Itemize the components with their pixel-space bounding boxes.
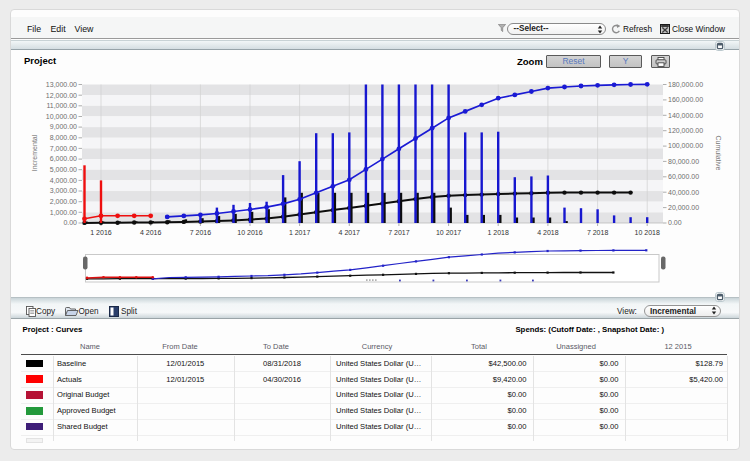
svg-text:6,000.00: 6,000.00 [50,155,77,162]
svg-text:10,000.00: 10,000.00 [46,113,77,120]
svg-text:20,000.00: 20,000.00 [668,204,699,211]
svg-text:1 2017: 1 2017 [289,229,311,236]
svg-text:7 2016: 7 2016 [190,229,212,236]
svg-text:7 2017: 7 2017 [388,229,410,236]
svg-text:4,000.00: 4,000.00 [50,177,77,184]
svg-text:5,000.00: 5,000.00 [50,166,77,173]
svg-text:9,000.00: 9,000.00 [50,123,77,130]
svg-text:120,000.00: 120,000.00 [668,127,703,134]
svg-text:2,000.00: 2,000.00 [50,198,77,205]
svg-text:0.00: 0.00 [63,219,77,226]
svg-text:10 2018: 10 2018 [635,229,660,236]
svg-text:7,000.00: 7,000.00 [50,145,77,152]
svg-text:12,000.00: 12,000.00 [46,92,77,99]
svg-text:10 2017: 10 2017 [436,229,461,236]
svg-text:0.00: 0.00 [668,219,682,226]
svg-text:80,000.00: 80,000.00 [668,158,699,165]
svg-text:8,000.00: 8,000.00 [50,134,77,141]
svg-text:4 2018: 4 2018 [537,229,559,236]
svg-text:4 2017: 4 2017 [339,229,361,236]
svg-text:1 2016: 1 2016 [90,229,112,236]
svg-text:40,000.00: 40,000.00 [668,189,699,196]
svg-text:10 2016: 10 2016 [237,229,262,236]
svg-text:7 2018: 7 2018 [587,229,609,236]
svg-text:60,000.00: 60,000.00 [668,173,699,180]
svg-text:180,000.00: 180,000.00 [668,81,703,88]
svg-text:140,000.00: 140,000.00 [668,112,703,119]
svg-text:160,000.00: 160,000.00 [668,96,703,103]
svg-text:11,000.00: 11,000.00 [46,102,77,109]
svg-text:Incremental: Incremental [31,134,38,171]
svg-text:1 2018: 1 2018 [487,229,509,236]
svg-text:13,000.00: 13,000.00 [46,81,77,88]
svg-text:100,000.00: 100,000.00 [668,142,703,149]
svg-text:3,000.00: 3,000.00 [50,187,77,194]
svg-text:1,000.00: 1,000.00 [50,209,77,216]
svg-text:Cumulative: Cumulative [715,135,722,170]
svg-text:4 2016: 4 2016 [140,229,162,236]
